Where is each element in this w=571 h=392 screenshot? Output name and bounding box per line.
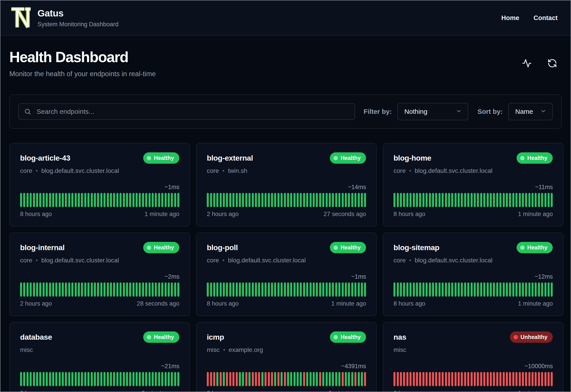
status-bar — [116, 193, 119, 207]
logo-link[interactable] — [10, 6, 32, 29]
status-bar — [210, 372, 212, 386]
status-bar — [271, 372, 273, 386]
status-bar — [451, 282, 453, 297]
endpoint-card[interactable]: nas Unhealthy misc ~10000ms 8 hours ago … — [383, 322, 563, 392]
filter-value: Nothing — [404, 108, 427, 115]
status-bar — [329, 193, 331, 207]
nav-link-contact[interactable]: Contact — [534, 14, 558, 22]
status-bar — [496, 372, 498, 386]
status-bar — [168, 372, 170, 386]
status-bar — [133, 282, 135, 297]
nav-link-home[interactable]: Home — [501, 14, 519, 22]
endpoint-group: core — [20, 257, 32, 264]
status-bar — [39, 193, 41, 207]
endpoint-meta: core • blog.default.svc.cluster.local — [20, 257, 179, 264]
status-bar — [406, 282, 408, 297]
status-bar — [75, 372, 77, 386]
status-bar — [354, 372, 356, 386]
endpoint-card[interactable]: database Healthy misc ~21ms 8 hours ago … — [9, 322, 190, 392]
status-bar — [419, 193, 421, 207]
status-bar — [59, 282, 61, 297]
status-bar — [49, 282, 51, 297]
status-bar — [419, 372, 421, 386]
status-bar — [332, 372, 334, 386]
page-head: Health Dashboard Monitor the health of y… — [9, 49, 562, 78]
status-bar — [474, 282, 476, 297]
top-nav: Home Contact — [501, 14, 561, 22]
status-bar — [358, 372, 360, 386]
status-bar — [78, 282, 80, 297]
status-bar — [442, 282, 444, 297]
status-bar — [332, 193, 334, 207]
status-bar — [104, 372, 105, 386]
status-bar — [544, 193, 546, 207]
status-bar — [113, 193, 115, 207]
search-input[interactable] — [18, 103, 355, 120]
oldest-timestamp: 2 hours ago — [20, 300, 52, 307]
status-bar — [551, 193, 553, 207]
endpoint-card[interactable]: blog-sitemap Healthy core • blog.default… — [383, 233, 563, 316]
app-window: Gatus System Monitoring Dashboard Home C… — [0, 0, 571, 392]
status-bar — [59, 372, 61, 386]
status-bar — [220, 193, 222, 207]
status-bar — [432, 282, 434, 297]
status-bar — [126, 282, 128, 297]
status-bar — [451, 372, 453, 386]
status-label: Healthy — [527, 244, 547, 251]
status-bar — [145, 282, 147, 297]
endpoint-name: blog-internal — [20, 243, 64, 252]
endpoint-card[interactable]: blog-internal Healthy core • blog.defaul… — [9, 233, 190, 316]
status-bar — [313, 372, 315, 386]
oldest-timestamp: 8 hours ago — [20, 390, 52, 392]
status-bar — [30, 193, 32, 207]
filter-select[interactable]: Nothing — [397, 103, 468, 120]
status-bar — [531, 193, 534, 207]
card-footer: 8 hours ago 1 minute ago — [20, 211, 179, 218]
status-bar — [71, 372, 73, 386]
endpoint-name: blog-poll — [207, 243, 238, 252]
status-bar — [483, 282, 485, 297]
status-bar — [39, 282, 41, 297]
endpoint-card[interactable]: blog-external Healthy core • twin.sh ~14… — [196, 143, 377, 226]
status-bar — [220, 372, 222, 386]
status-bar — [490, 372, 492, 386]
status-bar — [226, 372, 228, 386]
activity-icon[interactable] — [522, 58, 532, 69]
status-bar — [326, 282, 328, 297]
newest-timestamp: 2 minutes ago — [142, 390, 180, 392]
sort-select[interactable]: Name — [508, 103, 553, 120]
status-bar — [519, 372, 521, 386]
endpoint-card[interactable]: blog-poll Healthy core • blog.default.sv… — [196, 233, 377, 316]
status-bar — [252, 193, 254, 207]
status-bar — [496, 193, 498, 207]
status-bar — [145, 193, 147, 207]
status-bar — [27, 282, 29, 297]
dot-separator: • — [409, 168, 411, 174]
status-bar — [158, 282, 160, 297]
status-bar — [335, 282, 337, 297]
status-badge: Healthy — [143, 242, 179, 253]
status-bar — [281, 193, 283, 207]
status-bar — [351, 372, 353, 386]
status-bar — [310, 372, 312, 386]
card-header: database Healthy — [20, 331, 179, 343]
endpoint-card[interactable]: icmp Healthy misc • example.org ~4391ms … — [196, 322, 377, 392]
refresh-icon[interactable] — [547, 58, 558, 69]
status-bar — [177, 193, 179, 207]
endpoint-group: core — [393, 167, 406, 174]
status-bar — [493, 372, 495, 386]
status-bar — [268, 372, 270, 386]
status-bar — [455, 372, 457, 386]
endpoint-card[interactable]: blog-article-43 Healthy core • blog.defa… — [9, 143, 190, 226]
card-header: nas Unhealthy — [393, 331, 553, 343]
status-bar — [49, 372, 51, 386]
status-bar — [120, 282, 121, 297]
endpoint-card[interactable]: blog-home Healthy core • blog.default.sv… — [383, 143, 563, 226]
endpoint-meta: core • twin.sh — [207, 167, 366, 174]
status-bar — [158, 193, 160, 207]
status-bar — [480, 372, 482, 386]
card-header: blog-sitemap Healthy — [393, 242, 553, 253]
status-bar — [27, 193, 29, 207]
status-bar — [55, 193, 57, 207]
status-bar — [499, 193, 501, 207]
